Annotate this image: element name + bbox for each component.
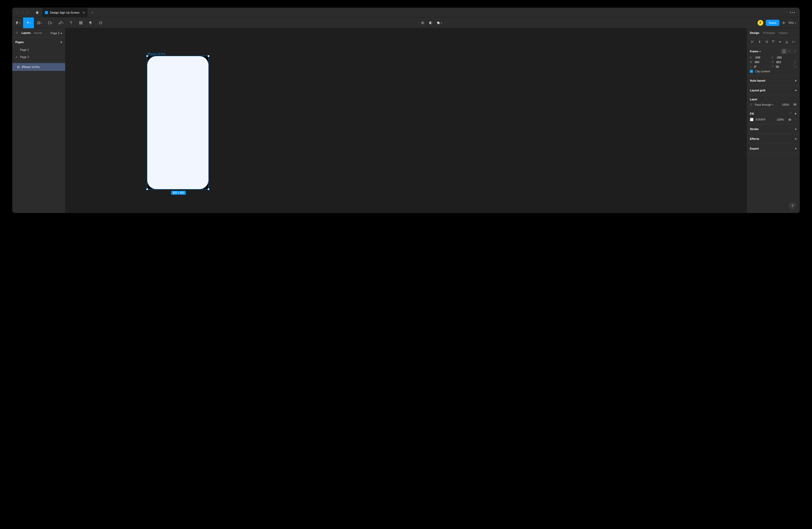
eye-icon[interactable]	[788, 118, 792, 121]
prototype-tab[interactable]: Prototype	[763, 31, 775, 34]
export-section[interactable]: Export +	[747, 144, 800, 153]
mask-button[interactable]	[429, 21, 432, 25]
svg-point-0	[16, 21, 17, 22]
chevron-down-icon: ▾	[19, 22, 20, 24]
traffic-zoom-icon[interactable]	[26, 11, 28, 14]
help-button[interactable]: ?	[789, 202, 796, 209]
y-field[interactable]: Y-255	[771, 56, 791, 59]
user-avatar[interactable]: S	[758, 20, 763, 26]
move-tool-button[interactable]: ▾	[23, 17, 34, 28]
rotation-field[interactable]: 0°	[750, 65, 770, 68]
home-tab[interactable]	[32, 8, 42, 17]
chevron-down-icon: ▾	[62, 22, 63, 24]
svg-point-16	[795, 104, 795, 105]
file-tab[interactable]: Design Sign Up Screen ×	[42, 8, 88, 17]
align-vcenter-icon[interactable]	[778, 40, 782, 44]
play-icon	[782, 21, 786, 25]
align-top-icon[interactable]	[771, 40, 775, 44]
fill-opacity-field[interactable]: 100%	[777, 118, 784, 121]
page-item-page2[interactable]: ✓ Page 2	[12, 53, 65, 61]
layer-item-iphone14pro[interactable]: iPhone 14 Pro	[12, 63, 65, 71]
more-menu-icon[interactable]: •••	[786, 10, 800, 15]
resize-to-fit-icon[interactable]	[794, 50, 797, 53]
right-panel-tabs: Design Prototype Inspect	[747, 28, 800, 38]
height-field[interactable]: H852	[772, 61, 792, 64]
chevron-down-icon: ▾	[30, 22, 31, 24]
auto-layout-section[interactable]: Auto layout +	[747, 76, 800, 85]
portrait-icon[interactable]	[781, 49, 787, 54]
fill-section: Fill + F2F6FF 100% −	[747, 109, 800, 124]
page-item-page1[interactable]: Page 1	[12, 46, 65, 53]
assets-tab[interactable]: Assets	[34, 31, 42, 34]
align-left-icon[interactable]	[751, 40, 755, 44]
align-right-icon[interactable]	[765, 40, 768, 44]
svg-point-13	[16, 32, 17, 33]
blend-mode-icon[interactable]	[750, 103, 753, 106]
zoom-control[interactable]: 70% ▾	[788, 21, 796, 24]
clip-content-checkbox[interactable]: Clip content	[750, 70, 797, 73]
component-actions-button[interactable]	[421, 21, 425, 25]
figma-logo-icon	[15, 21, 19, 25]
share-button[interactable]: Share	[766, 20, 779, 26]
close-tab-icon[interactable]: ×	[83, 11, 84, 14]
resize-handle-nw[interactable]	[146, 55, 148, 57]
width-field[interactable]: W393	[750, 61, 770, 64]
new-tab-button[interactable]: +	[88, 11, 97, 15]
fill-hex-field[interactable]: F2F6FF	[756, 118, 766, 121]
align-hcenter-icon[interactable]	[758, 40, 762, 44]
traffic-minimize-icon[interactable]	[21, 11, 24, 14]
add-layout-grid-icon[interactable]: +	[795, 89, 797, 92]
selected-frame[interactable]	[147, 56, 209, 189]
fill-swatch[interactable]	[750, 118, 753, 121]
layout-grid-section[interactable]: Layout grid +	[747, 85, 800, 95]
resize-handle-ne[interactable]	[208, 55, 209, 57]
effects-section[interactable]: Effects +	[747, 134, 800, 144]
stroke-section[interactable]: Stroke +	[747, 124, 800, 134]
frame-label[interactable]: iPhone 14 Pro	[148, 52, 165, 55]
main-menu-button[interactable]: ▾	[12, 17, 23, 28]
traffic-close-icon[interactable]	[16, 11, 19, 14]
add-export-icon[interactable]: +	[795, 147, 797, 150]
hand-tool-button[interactable]	[86, 17, 96, 28]
resize-handle-se[interactable]	[208, 188, 209, 190]
layers-tab[interactable]: Layers	[21, 31, 31, 34]
boolean-button[interactable]: ▾	[437, 21, 442, 25]
search-icon[interactable]	[15, 31, 18, 34]
canvas[interactable]: iPhone 14 Pro 393 × 852	[66, 28, 746, 213]
x-field[interactable]: X-249	[750, 56, 769, 59]
svg-point-4	[17, 22, 18, 23]
add-fill-icon[interactable]: +	[795, 112, 797, 116]
style-icon[interactable]	[789, 112, 792, 114]
resize-handle-sw[interactable]	[146, 188, 148, 190]
add-stroke-icon[interactable]: +	[795, 128, 797, 131]
eye-icon[interactable]	[793, 103, 797, 106]
corner-radius-field[interactable]: 50	[772, 65, 792, 68]
text-tool-button[interactable]	[66, 17, 76, 28]
comment-tool-button[interactable]	[96, 17, 105, 28]
remove-fill-icon[interactable]: −	[795, 118, 797, 121]
distribute-icon[interactable]: ▾	[792, 40, 796, 44]
independent-corners-icon[interactable]	[794, 65, 797, 68]
inspect-tab[interactable]: Inspect	[779, 31, 788, 34]
pages-header: Pages +	[12, 38, 65, 46]
present-button[interactable]	[782, 21, 786, 25]
rectangle-icon	[48, 21, 51, 24]
add-page-button[interactable]: +	[61, 41, 62, 44]
page-selector[interactable]: Page 2 ▾	[50, 31, 62, 35]
frame-tool-button[interactable]: ▾	[34, 17, 45, 28]
pen-tool-button[interactable]: ▾	[55, 17, 66, 28]
frame-section-label[interactable]: Frame	[750, 50, 758, 53]
shape-tool-button[interactable]: ▾	[45, 17, 55, 28]
svg-rect-5	[48, 21, 50, 24]
constrain-proportions-icon[interactable]	[794, 61, 797, 64]
landscape-icon[interactable]	[787, 49, 792, 54]
hand-icon	[89, 21, 92, 25]
resources-tool-button[interactable]	[76, 17, 86, 28]
layer-opacity-field[interactable]: 100%	[782, 103, 789, 106]
orientation-toggle[interactable]	[781, 49, 792, 54]
design-tab[interactable]: Design	[750, 31, 759, 34]
align-bottom-icon[interactable]	[785, 40, 789, 44]
add-effect-icon[interactable]: +	[795, 137, 797, 140]
add-auto-layout-icon[interactable]: +	[795, 79, 797, 82]
blend-mode-select[interactable]: Pass through▾	[755, 103, 773, 106]
